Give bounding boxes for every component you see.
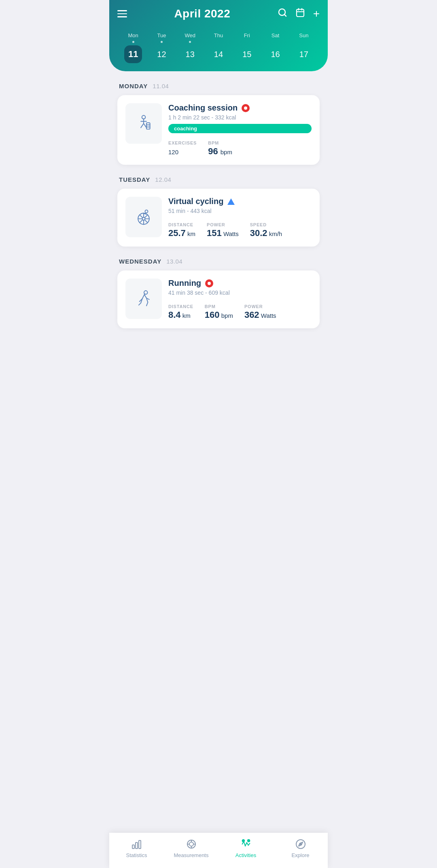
coaching-info: Coaching session 1 h 2 min 22 sec - 332 … xyxy=(168,103,312,157)
wednesday-section: WEDNESDAY 13.04 Running 41 min 3 xyxy=(117,258,320,328)
header-icons: + xyxy=(278,8,320,20)
day-dot-wed xyxy=(189,41,191,43)
day-thursday[interactable]: Thu 14 xyxy=(204,32,233,63)
coaching-exercises-stat: EXERCISES 120 xyxy=(168,140,197,157)
tuesday-date: 12.04 xyxy=(155,176,171,183)
power-value-1: 151 Watts xyxy=(207,228,239,238)
coaching-badge: coaching xyxy=(168,124,312,133)
power-label-1: POWER xyxy=(207,222,239,227)
cycling-status-triangle xyxy=(227,198,235,205)
bpm-label: BPM xyxy=(208,140,232,145)
svg-line-9 xyxy=(144,123,146,128)
add-button[interactable]: + xyxy=(313,8,320,19)
cycling-subtitle: 51 min - 443 kcal xyxy=(168,208,312,214)
distance-value-1: 25.7 km xyxy=(168,228,195,238)
bpm-value: 96 bpm xyxy=(208,146,232,157)
running-distance-stat: DISTANCE 8.4 km xyxy=(168,304,193,320)
distance-label-2: DISTANCE xyxy=(168,304,193,309)
cycling-info: Virtual cycling 51 min - 443 kcal DISTAN… xyxy=(168,197,312,238)
svg-point-26 xyxy=(144,291,148,294)
coaching-status-red xyxy=(242,104,250,112)
svg-line-22 xyxy=(145,215,148,218)
day-dot-mon xyxy=(132,41,134,43)
monday-section: MONDAY 11.04 Coa xyxy=(117,83,320,165)
wednesday-label: WEDNESDAY xyxy=(119,258,161,265)
day-wednesday[interactable]: Wed 13 xyxy=(176,32,204,63)
monday-label: MONDAY xyxy=(119,83,148,89)
distance-label-1: DISTANCE xyxy=(168,222,195,227)
tuesday-label: TUESDAY xyxy=(119,176,150,183)
exercises-value: 120 xyxy=(168,146,197,157)
day-sunday[interactable]: Sun 17 xyxy=(290,32,318,63)
coaching-session-card[interactable]: Coaching session 1 h 2 min 22 sec - 332 … xyxy=(117,95,320,165)
running-bpm-stat: BPM 160 bpm xyxy=(205,304,233,320)
header-title: April 2022 xyxy=(174,7,230,20)
svg-line-1 xyxy=(284,15,286,16)
day-saturday[interactable]: Sat 16 xyxy=(261,32,289,63)
distance-value-2: 8.4 km xyxy=(168,310,193,320)
svg-line-8 xyxy=(141,123,144,128)
day-monday[interactable]: Mon 11 xyxy=(119,32,147,63)
day-dot-tue xyxy=(161,41,163,43)
running-stats: DISTANCE 8.4 km BPM 160 bpm POWER xyxy=(168,304,312,320)
svg-line-20 xyxy=(140,215,142,218)
cycling-thumb xyxy=(125,197,162,237)
power-label-2: POWER xyxy=(244,304,276,309)
day-friday[interactable]: Fri 15 xyxy=(233,32,261,63)
cycling-title-row: Virtual cycling xyxy=(168,197,312,206)
running-title-row: Running xyxy=(168,279,312,288)
bpm-label-2: BPM xyxy=(205,304,233,309)
day-tuesday[interactable]: Tue 12 xyxy=(147,32,176,63)
cycling-distance-stat: DISTANCE 25.7 km xyxy=(168,222,195,238)
running-info: Running 41 min 38 sec - 609 kcal DISTANC… xyxy=(168,279,312,320)
speed-label: SPEED xyxy=(250,222,282,227)
bpm-value-2: 160 bpm xyxy=(205,310,233,320)
tuesday-header: TUESDAY 12.04 xyxy=(117,176,320,183)
running-thumb xyxy=(125,279,162,319)
coaching-title-row: Coaching session xyxy=(168,103,312,113)
svg-line-23 xyxy=(140,220,142,223)
monday-date: 11.04 xyxy=(153,83,169,89)
day-dot-sun xyxy=(303,41,305,43)
svg-rect-11 xyxy=(146,123,150,129)
day-dot-sat xyxy=(274,41,276,43)
svg-rect-2 xyxy=(297,9,304,17)
calendar-icon[interactable] xyxy=(295,8,305,20)
running-card[interactable]: Running 41 min 38 sec - 609 kcal DISTANC… xyxy=(117,270,320,328)
running-power-stat: POWER 362 Watts xyxy=(244,304,276,320)
running-title: Running xyxy=(168,279,201,288)
main-content: MONDAY 11.04 Coa xyxy=(109,71,328,380)
header-top: April 2022 + xyxy=(117,7,320,20)
cycling-stats: DISTANCE 25.7 km POWER 151 Watts SPEED xyxy=(168,222,312,238)
menu-button[interactable] xyxy=(117,10,127,17)
tuesday-section: TUESDAY 12.04 xyxy=(117,176,320,247)
running-status-red xyxy=(205,279,213,287)
coaching-stats: EXERCISES 120 BPM 96 bpm xyxy=(168,140,312,157)
cycling-title: Virtual cycling xyxy=(168,197,223,206)
svg-line-21 xyxy=(145,220,148,223)
exercises-label: EXERCISES xyxy=(168,140,197,145)
day-dot-fri xyxy=(246,41,248,43)
svg-point-24 xyxy=(145,210,148,213)
coaching-subtitle: 1 h 2 min 22 sec - 332 kcal xyxy=(168,114,312,121)
coaching-title: Coaching session xyxy=(168,103,238,113)
running-subtitle: 41 min 38 sec - 609 kcal xyxy=(168,289,312,296)
coaching-bpm-stat: BPM 96 bpm xyxy=(208,140,232,157)
coaching-thumb xyxy=(125,103,162,144)
day-dot-thu xyxy=(217,41,219,43)
header: April 2022 + Mon 11 Tue 12 xyxy=(109,0,328,71)
cycling-speed-stat: SPEED 30.2 km/h xyxy=(250,222,282,238)
cycling-power-stat: POWER 151 Watts xyxy=(207,222,239,238)
wednesday-header: WEDNESDAY 13.04 xyxy=(117,258,320,265)
monday-header: MONDAY 11.04 xyxy=(117,83,320,89)
search-icon[interactable] xyxy=(278,8,287,20)
power-value-2: 362 Watts xyxy=(244,310,276,320)
calendar-week: Mon 11 Tue 12 Wed 13 Thu 14 Fri 15 Sat 1… xyxy=(117,28,320,71)
speed-value: 30.2 km/h xyxy=(250,228,282,238)
cycling-card[interactable]: Virtual cycling 51 min - 443 kcal DISTAN… xyxy=(117,189,320,247)
wednesday-date: 13.04 xyxy=(166,258,182,265)
svg-point-6 xyxy=(142,115,146,119)
